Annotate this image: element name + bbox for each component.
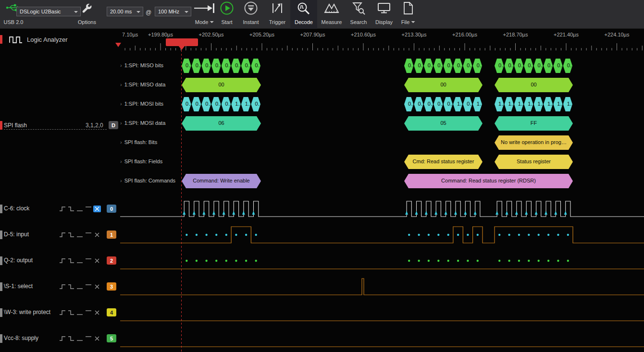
- file-button[interactable]: File: [397, 0, 419, 29]
- channel-tab[interactable]: [0, 282, 2, 291]
- trigger-mode-rise-icon[interactable]: [59, 257, 66, 264]
- instant-button[interactable]: Instant: [238, 0, 263, 29]
- samplerate-select[interactable]: 100 MHz: [155, 7, 191, 16]
- trigger-mode-fall-icon[interactable]: [67, 231, 75, 238]
- ruler-offset-label: +202.50µs: [190, 32, 233, 37]
- miso-bit-hex: 0: [182, 59, 191, 73]
- miso-bit-hex: 0: [473, 59, 482, 73]
- clock-rising-edge-marker: [434, 211, 437, 215]
- trigger-mode-fall-icon[interactable]: [67, 283, 75, 290]
- measure-button[interactable]: Measure: [317, 0, 346, 29]
- row-expand-icon[interactable]: ›: [120, 62, 122, 68]
- decoder-tab[interactable]: [0, 121, 2, 130]
- trigger-mode-fall-icon[interactable]: [67, 206, 75, 212]
- channel-badge[interactable]: 2: [107, 256, 116, 265]
- trigger-mode-any-icon[interactable]: [93, 231, 101, 238]
- trigger-mode-rise-icon[interactable]: [59, 206, 66, 212]
- device-select[interactable]: DSLogic U2Basic: [16, 7, 81, 16]
- mosi-bit-hex: 1: [514, 97, 523, 111]
- channel-label: D-5: input: [4, 231, 29, 238]
- display-button[interactable]: Display: [371, 0, 397, 29]
- trigger-mode-any-icon[interactable]: [93, 257, 101, 264]
- trigger-mode-rise-icon[interactable]: [59, 335, 66, 342]
- channel-tab[interactable]: [0, 205, 2, 213]
- instant-label: Instant: [243, 19, 259, 25]
- row-expand-icon[interactable]: ›: [120, 139, 122, 145]
- channel-badge[interactable]: 5: [107, 334, 116, 342]
- clock-rising-edge-marker: [535, 211, 538, 215]
- trigger-mode-any-icon[interactable]: [93, 309, 101, 316]
- output-sample-dot: [457, 260, 459, 262]
- trigger-flag-arrow-icon: [178, 46, 185, 50]
- decode-button[interactable]: Decode: [290, 0, 317, 29]
- clock-rising-edge-marker: [405, 211, 408, 215]
- options-button[interactable]: Options: [72, 0, 102, 29]
- ruler-edge-marker-icon: [115, 43, 121, 47]
- trigger-button[interactable]: Trigger: [264, 0, 290, 29]
- dsview-window: USB 2.0 DSLogic U2Basic Options 20.00 ms…: [0, 0, 644, 352]
- miso-data-hex: 00: [182, 78, 261, 92]
- display-monitor-icon: [377, 2, 391, 14]
- ruler-offset-label: +224.10µs: [595, 32, 639, 37]
- duration-select[interactable]: 20.00 ms: [107, 7, 143, 16]
- trigger-mode-high-icon[interactable]: [85, 309, 92, 316]
- channel-tab[interactable]: [0, 308, 2, 317]
- trigger-mode-any-icon[interactable]: [93, 283, 101, 290]
- trigger-mode-low-icon[interactable]: [76, 283, 84, 290]
- trigger-mode-high-icon[interactable]: [85, 335, 92, 342]
- output-sample-dot: [437, 260, 439, 262]
- trigger-mode-any-icon[interactable]: [93, 335, 101, 342]
- miso-bit-hex: 0: [231, 59, 241, 73]
- device-select-value: DSLogic U2Basic: [20, 9, 61, 14]
- trigger-mode-rise-icon[interactable]: [59, 231, 66, 238]
- trigger-mode-high-icon[interactable]: [85, 206, 92, 212]
- trigger-mode-rise-icon[interactable]: [59, 283, 66, 290]
- channel-badge[interactable]: 3: [107, 282, 116, 291]
- clock-rising-edge-marker: [425, 211, 428, 215]
- miso-bit-hex: 0: [534, 59, 543, 73]
- trigger-mode-any-icon[interactable]: [93, 206, 101, 212]
- trigger-mode-fall-icon[interactable]: [67, 335, 75, 342]
- clock-trace: [120, 201, 644, 217]
- file-label: File: [401, 19, 410, 25]
- trigger-mode-high-icon[interactable]: [85, 283, 92, 290]
- trigger-mode-low-icon[interactable]: [76, 206, 84, 212]
- trigger-mode-rise-icon[interactable]: [59, 309, 66, 316]
- row-expand-icon[interactable]: ›: [120, 120, 122, 126]
- ruler-offset-label: +221.40µs: [545, 32, 588, 37]
- output-sample-dot: [528, 260, 530, 262]
- start-button[interactable]: Start: [215, 0, 238, 29]
- trigger-mode-low-icon[interactable]: [76, 257, 84, 264]
- decode-row-label: ›1:SPI: MOSI data: [120, 120, 165, 126]
- mosi-data-hex: 05: [404, 116, 483, 131]
- trigger-mode-low-icon[interactable]: [76, 231, 84, 238]
- mosi-bit-hex: 1: [524, 97, 533, 111]
- search-button[interactable]: Search: [346, 0, 371, 29]
- trigger-flag[interactable]: [166, 38, 198, 46]
- trigger-mode-low-icon[interactable]: [76, 335, 84, 342]
- channel-badge[interactable]: 1: [107, 231, 116, 239]
- decoder-pins: 3,1,2,0: [86, 122, 103, 129]
- row-expand-icon[interactable]: ›: [120, 178, 122, 183]
- channel-tab[interactable]: [0, 231, 2, 239]
- decode-row-label: ›SPI flash: Fields: [120, 158, 162, 164]
- channel-badge[interactable]: 4: [107, 308, 116, 316]
- row-expand-icon[interactable]: ›: [120, 82, 122, 87]
- search-label: Search: [350, 19, 367, 25]
- trigger-mode-low-icon[interactable]: [76, 309, 84, 316]
- device-tab[interactable]: [0, 35, 2, 44]
- row-expand-icon[interactable]: ›: [120, 101, 122, 107]
- clock-rising-edge-marker: [183, 211, 186, 215]
- trigger-mode-high-icon[interactable]: [85, 231, 92, 238]
- channel-tab[interactable]: [0, 256, 2, 265]
- channel-label: \W-3: write protect: [4, 309, 50, 316]
- trigger-mode-fall-icon[interactable]: [67, 257, 75, 264]
- decoder-badge[interactable]: D: [109, 121, 118, 129]
- channel-tab[interactable]: [0, 334, 2, 343]
- channel-badge[interactable]: 0: [107, 205, 116, 213]
- trigger-mode-fall-icon[interactable]: [67, 309, 75, 316]
- trigger-mode-high-icon[interactable]: [85, 257, 92, 264]
- output-sample-dot: [255, 260, 257, 262]
- row-expand-icon[interactable]: ›: [120, 158, 122, 164]
- mode-button[interactable]: Mode: [191, 0, 217, 29]
